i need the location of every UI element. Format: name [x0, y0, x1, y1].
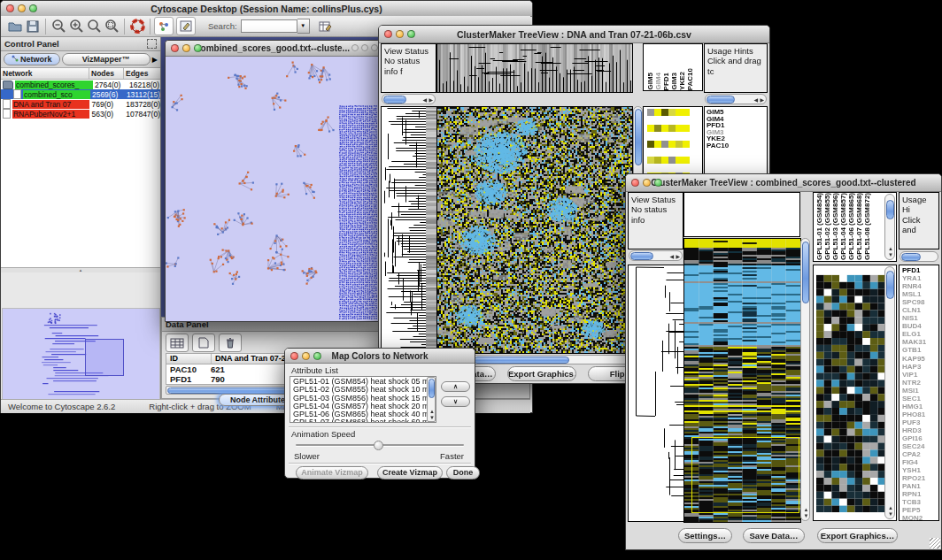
- network-canvas[interactable]: [166, 57, 378, 321]
- window-controls[interactable]: [6, 4, 37, 12]
- new-attribute-icon[interactable]: [192, 334, 215, 352]
- table-edit-icon[interactable]: [317, 18, 335, 35]
- tv2-gene-label[interactable]: RPO21: [902, 474, 938, 482]
- tab-vizmapper[interactable]: VizMapper™: [62, 53, 151, 65]
- open-folder-icon[interactable]: [6, 18, 24, 35]
- matrix-cell[interactable]: [661, 125, 668, 132]
- network-row[interactable]: combined_sco2569(6)13112(15): [1, 89, 160, 99]
- tv1-status-scrollbar[interactable]: ◀▶: [382, 94, 436, 104]
- network-overview-thumbnail[interactable]: [2, 308, 160, 400]
- zoom-button[interactable]: [407, 30, 415, 38]
- matrix-cell[interactable]: [683, 157, 690, 164]
- matrix-cell[interactable]: [668, 109, 676, 116]
- zoom-out-icon[interactable]: [50, 18, 67, 35]
- network-row[interactable]: RNAPuberNov2+1563(0)107847(0): [1, 109, 160, 119]
- zoom-selected-icon[interactable]: [85, 18, 103, 35]
- tv2-labels-scrollbar[interactable]: ▲▼: [884, 194, 895, 260]
- tv2-gene-label[interactable]: MAK31: [902, 338, 938, 346]
- tv2-column-label[interactable]: GPL51-02 (GSM855): [823, 193, 831, 260]
- tv2-gene-label[interactable]: CPA2: [902, 450, 938, 458]
- tv2-gene-label[interactable]: GPI16: [902, 434, 938, 442]
- close-button[interactable]: [631, 179, 639, 187]
- treeview1-title-bar[interactable]: ClusterMaker TreeView : DNA and Tran 07-…: [379, 26, 769, 43]
- tv1-column-label[interactable]: GIM4: [654, 73, 662, 90]
- matrix-cell[interactable]: [647, 157, 654, 164]
- matrix-cell[interactable]: [683, 109, 690, 116]
- close-button[interactable]: [6, 4, 14, 12]
- tv2-gene-label[interactable]: RPN1: [902, 490, 938, 498]
- tv2-column-label[interactable]: GPL51-03 (GSM856): [831, 193, 839, 260]
- tv2-column-label[interactable]: GPL51-08 (GSM872): [863, 193, 871, 260]
- matrix-cell[interactable]: [683, 125, 690, 132]
- delete-attribute-icon[interactable]: [219, 334, 242, 352]
- tv2-gene-label[interactable]: KAP95: [902, 355, 938, 363]
- tv2-gene-label[interactable]: PHO81: [902, 410, 938, 418]
- save-icon[interactable]: [24, 18, 42, 35]
- network-row[interactable]: combined_scores_2764(0)16218(0): [1, 80, 160, 89]
- matrix-cell[interactable]: [661, 157, 668, 164]
- matrix-cell[interactable]: [654, 109, 661, 116]
- tv2-gene-label[interactable]: PEP5: [902, 506, 938, 514]
- tv1-heatmap[interactable]: [436, 106, 633, 354]
- tv2-gene-label[interactable]: SEC1: [902, 395, 938, 403]
- minimize-button[interactable]: [643, 179, 651, 187]
- tv2-gene-label[interactable]: CLN1: [902, 306, 938, 314]
- tv2-export-graphics-button[interactable]: Export Graphics…: [817, 528, 898, 543]
- tv2-gene-label[interactable]: NTR2: [902, 379, 938, 387]
- annotation-icon[interactable]: [176, 17, 196, 35]
- close-button[interactable]: [384, 30, 392, 38]
- tv2-hints-scrollbar[interactable]: [900, 251, 938, 262]
- tv2-gene-label[interactable]: YSH1: [902, 466, 938, 474]
- resize-grip[interactable]: [930, 538, 940, 548]
- zoom-button[interactable]: [194, 44, 202, 52]
- close-button[interactable]: [171, 44, 179, 52]
- matrix-cell[interactable]: [654, 125, 661, 132]
- network-table-header[interactable]: Network Nodes Edges: [1, 68, 160, 80]
- tv2-gene-label[interactable]: SEC24: [902, 442, 938, 450]
- tv2-gene-label[interactable]: GTB1: [902, 346, 938, 354]
- node-chart-icon[interactable]: [154, 17, 174, 35]
- slider-thumb[interactable]: [374, 441, 383, 450]
- tv2-gene-label[interactable]: TCB3: [902, 498, 938, 506]
- tv2-gene-label[interactable]: PAN1: [902, 482, 938, 490]
- move-down-button[interactable]: ∨: [441, 396, 470, 407]
- tv2-gene-label[interactable]: NIS1: [902, 314, 938, 322]
- tv1-column-label[interactable]: PAC10: [686, 68, 694, 90]
- tv1-gene-label[interactable]: PAC10: [706, 142, 767, 150]
- matrix-cell[interactable]: [676, 109, 683, 116]
- tv2-column-label[interactable]: GPL51-06 (GSM865): [847, 193, 855, 260]
- tv2-column-label[interactable]: GPL51-07 (GSM868): [855, 193, 863, 260]
- tv1-export-graphics-button[interactable]: Export Graphics…: [507, 366, 576, 381]
- tv2-v-scrollbar[interactable]: ▲▼: [800, 238, 810, 521]
- matrix-cell[interactable]: [647, 141, 654, 148]
- tv2-gene-label[interactable]: SPC98: [902, 298, 938, 306]
- tv2-column-label[interactable]: GPL51-01 (GSM854): [815, 193, 823, 260]
- tv2-gene-label[interactable]: HAP3: [902, 363, 938, 371]
- matrix-cell[interactable]: [647, 109, 654, 116]
- tab-network[interactable]: Network: [4, 53, 60, 65]
- speed-slider[interactable]: [296, 441, 464, 449]
- tv2-gene-label[interactable]: RNR4: [902, 282, 938, 290]
- network-view-title-bar[interactable]: combined_scores_good.txt--cluste...: [166, 41, 380, 57]
- tv1-hints-scrollbar[interactable]: ◀▶: [705, 94, 767, 104]
- minimize-button[interactable]: [182, 44, 190, 52]
- matrix-cell[interactable]: [647, 125, 654, 132]
- zoom-button[interactable]: [29, 4, 37, 12]
- tv2-gene-label[interactable]: HRD3: [902, 426, 938, 434]
- tv2-row-dendrogram[interactable]: [628, 265, 684, 522]
- tv2-gene-label[interactable]: PFD1: [902, 266, 938, 274]
- tv2-gene-label[interactable]: FIG4: [902, 458, 938, 466]
- tv1-column-label[interactable]: YKE2: [678, 72, 686, 90]
- move-up-button[interactable]: ∧: [441, 381, 470, 392]
- tv2-gene-label[interactable]: MON2: [902, 514, 938, 521]
- matrix-cell[interactable]: [668, 125, 676, 132]
- create-vizmap-button[interactable]: Create Vizmap: [377, 466, 443, 479]
- zoom-button[interactable]: [313, 352, 321, 360]
- search-input[interactable]: [241, 19, 297, 33]
- done-button[interactable]: Done: [446, 466, 480, 479]
- zoom-fit-icon[interactable]: [103, 18, 120, 35]
- tv2-column-label[interactable]: GPL51-04 (GSM857): [839, 193, 847, 260]
- tv2-settings-button[interactable]: Settings…: [678, 528, 732, 543]
- close-button[interactable]: [290, 352, 298, 360]
- treeview2-title-bar[interactable]: ClusterMaker TreeView : combined_scores_…: [626, 174, 941, 192]
